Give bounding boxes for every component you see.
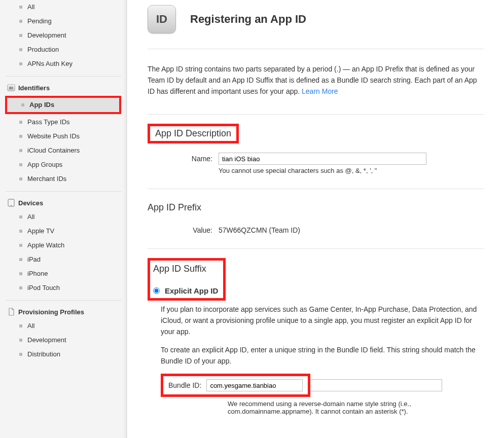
bundle-id-hint: We recommend using a reverse-domain name…: [228, 400, 481, 415]
nav-heading-label: Provisioning Profiles: [18, 308, 84, 316]
nav-heading-devices[interactable]: Devices: [5, 194, 121, 210]
sidebar-item-label: iPad: [27, 256, 41, 264]
sidebar-item-prov-development[interactable]: Development: [5, 333, 121, 347]
sidebar-item-devices-iphone[interactable]: iPhone: [5, 267, 121, 281]
explicit-app-id-radio[interactable]: [153, 287, 160, 294]
sidebar-item-label: App Groups: [27, 161, 62, 169]
svg-point-1: [11, 205, 12, 206]
sidebar-item-pass-type-ids[interactable]: Pass Type IDs: [5, 115, 121, 129]
bullet-icon: [19, 149, 22, 152]
sidebar-item-label: Pending: [27, 17, 52, 25]
sidebar-item-app-groups[interactable]: App Groups: [5, 158, 121, 172]
name-input[interactable]: [219, 153, 426, 165]
sidebar-item-label: iCloud Containers: [27, 147, 80, 155]
sidebar-item-prov-all[interactable]: All: [5, 319, 121, 333]
page-title: Registering an App ID: [190, 13, 306, 26]
section-title-prefix: App ID Prefix: [148, 198, 484, 217]
sidebar-item-cert-all[interactable]: All: [5, 0, 121, 14]
sidebar-item-label: Development: [27, 336, 66, 344]
app-id-badge-icon: ID: [148, 5, 176, 33]
learn-more-link[interactable]: Learn More: [302, 87, 338, 95]
bullet-icon: [19, 244, 22, 247]
divider: [148, 114, 484, 115]
sidebar-item-label: Apple Watch: [27, 241, 64, 249]
nav-heading-provisioning[interactable]: Provisioning Profiles: [5, 303, 121, 319]
highlight-suffix-block: App ID Suffix Explicit App ID: [148, 258, 226, 301]
sidebar-item-label: Pass Type IDs: [27, 118, 70, 126]
sidebar-item-devices-appletv[interactable]: Apple TV: [5, 224, 121, 238]
nav-group-provisioning: Provisioning Profiles All Development Di…: [5, 303, 121, 367]
prefix-value-label: Value:: [148, 224, 219, 234]
sidebar-item-cert-production[interactable]: Production: [5, 43, 121, 57]
bundle-id-label: Bundle ID:: [168, 381, 201, 389]
nav-heading-identifiers[interactable]: ID Identifiers: [5, 79, 121, 95]
section-app-id-description: App ID Description Name: You cannot use …: [148, 114, 484, 174]
sidebar-item-label: Website Push IDs: [27, 132, 80, 140]
sidebar-item-label: All: [27, 3, 34, 11]
field-bundle-id: Bundle ID:: [161, 374, 484, 397]
sidebar-item-cert-pending[interactable]: Pending: [5, 14, 121, 28]
sidebar-item-label: App IDs: [29, 101, 54, 109]
sidebar-item-label: Distribution: [27, 350, 60, 358]
bullet-icon: [19, 48, 22, 51]
bullet-icon: [19, 272, 22, 275]
sidebar-item-label: APNs Auth Key: [27, 60, 73, 68]
sidebar-item-devices-applewatch[interactable]: Apple Watch: [5, 238, 121, 252]
sidebar-item-devices-ipod[interactable]: iPod Touch: [5, 281, 121, 295]
section-title-description: App ID Description: [155, 128, 231, 139]
sidebar-item-label: Production: [27, 46, 59, 54]
sidebar-item-merchant-ids[interactable]: Merchant IDs: [5, 172, 121, 186]
bullet-icon: [19, 324, 22, 327]
section-app-id-suffix: App ID Suffix Explicit App ID If you pla…: [148, 248, 484, 415]
prefix-value-text: 57W66QZCMN (Team ID): [219, 224, 484, 234]
bundle-id-input-extension[interactable]: [310, 379, 442, 391]
sidebar-item-website-push-ids[interactable]: Website Push IDs: [5, 129, 121, 143]
sidebar-item-app-ids[interactable]: App IDs: [7, 98, 119, 112]
explicit-desc-p1: If you plan to incorporate app services …: [161, 304, 484, 337]
section-title-suffix: App ID Suffix: [153, 264, 218, 281]
bullet-icon: [19, 177, 22, 180]
field-name: Name: You cannot use special characters …: [148, 153, 484, 174]
sidebar-item-label: All: [27, 322, 34, 330]
nav-heading-label: Identifiers: [18, 84, 50, 92]
sidebar: All Pending Development Production APNs …: [0, 0, 127, 438]
sidebar-item-cert-apns[interactable]: APNs Auth Key: [5, 57, 121, 71]
sidebar-item-cert-development[interactable]: Development: [5, 28, 121, 43]
divider: [148, 49, 484, 49]
explicit-app-id-option[interactable]: Explicit App ID: [153, 286, 218, 295]
sidebar-item-label: Apple TV: [27, 227, 54, 235]
bundle-id-input[interactable]: [206, 379, 303, 391]
sidebar-item-devices-all[interactable]: All: [5, 210, 121, 224]
highlight-app-ids: App IDs: [5, 96, 121, 114]
bullet-icon: [19, 215, 22, 218]
sidebar-item-label: All: [27, 213, 34, 221]
id-badge-icon: ID: [7, 84, 15, 92]
field-prefix-value: Value: 57W66QZCMN (Team ID): [148, 224, 484, 234]
nav-heading-label: Devices: [18, 199, 43, 207]
explicit-description: If you plan to incorporate app services …: [161, 304, 484, 367]
sidebar-item-devices-ipad[interactable]: iPad: [5, 252, 121, 267]
divider: [148, 248, 484, 249]
page-header: ID Registering an App ID: [148, 5, 484, 33]
intro-text: The App ID string contains two parts sep…: [148, 63, 484, 97]
sidebar-item-label: Merchant IDs: [27, 175, 66, 183]
bullet-icon: [19, 258, 22, 261]
nav-group-certificates: All Pending Development Production APNs …: [5, 0, 121, 77]
main-content: ID Registering an App ID The App ID stri…: [127, 0, 504, 438]
section-app-id-prefix: App ID Prefix Value: 57W66QZCMN (Team ID…: [148, 189, 484, 234]
sidebar-item-label: Development: [27, 31, 66, 40]
sidebar-item-label: iPod Touch: [27, 284, 60, 292]
nav-group-devices: Devices All Apple TV Apple Watch iPad iP…: [5, 194, 121, 301]
highlight-bundle-id: Bundle ID:: [161, 374, 310, 397]
nav-group-identifiers: ID Identifiers App IDs Pass Type IDs Web…: [5, 79, 121, 192]
name-hint: You cannot use special characters such a…: [219, 167, 484, 174]
sidebar-item-prov-distribution[interactable]: Distribution: [5, 347, 121, 361]
sidebar-item-icloud-containers[interactable]: iCloud Containers: [5, 143, 121, 158]
explicit-app-id-label: Explicit App ID: [165, 286, 218, 295]
bullet-icon: [19, 286, 22, 289]
sidebar-item-label: iPhone: [27, 270, 48, 278]
bullet-icon: [19, 62, 22, 65]
divider: [148, 189, 484, 189]
highlight-description-title: App ID Description: [148, 124, 239, 143]
bullet-icon: [19, 163, 22, 166]
